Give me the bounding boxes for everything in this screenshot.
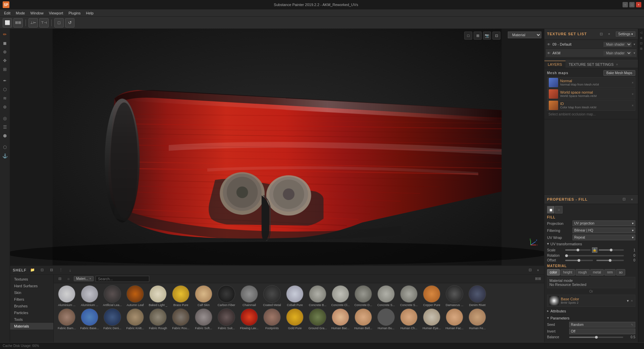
attributes-header[interactable]: ▸ Attributes [547, 308, 635, 314]
minimize-button[interactable]: − [623, 2, 628, 7]
filter-tag-close[interactable]: × [89, 277, 91, 281]
tool-btn-5[interactable]: □ [54, 18, 64, 28]
tool-btn-3[interactable]: ⊥⊢ [29, 18, 38, 28]
scale-thumb[interactable] [577, 249, 579, 251]
uv-transforms-header[interactable]: ▾ UV transformations [547, 242, 635, 246]
maximize-button[interactable]: □ [629, 2, 635, 7]
mat-item-fabric-soft[interactable]: Fabric Soft... [193, 308, 214, 330]
mesh-map-close-wsn[interactable]: × [632, 92, 634, 96]
shelf-float-btn[interactable]: ⊡ [527, 267, 533, 273]
search-input[interactable] [96, 276, 149, 282]
mat-item-human-fac[interactable]: Human Fac... [444, 308, 465, 330]
scale-slider-2[interactable] [599, 249, 624, 251]
sidebar-erase-icon[interactable]: ⬡ [1, 85, 9, 93]
texture-set-shader-default[interactable]: Main shader [603, 42, 632, 47]
sidebar-mask-icon[interactable]: ⬢ [1, 132, 9, 140]
sidebar-transform-icon[interactable]: ⊞ [1, 65, 9, 73]
rotation-slider[interactable] [565, 255, 624, 256]
mat-item-chainmail[interactable]: Chainmail [239, 285, 260, 307]
menu-edit[interactable]: Edit [1, 9, 13, 16]
mat-item-cobalt-pure[interactable]: Cobalt Pure [284, 285, 305, 307]
mat-item-concrete-s1[interactable]: Concrete S... [376, 285, 396, 307]
menu-mode[interactable]: Mode [13, 9, 28, 16]
mat-item-human-eye[interactable]: Human Eye... [421, 308, 442, 330]
mat-tab-rough[interactable]: rough [576, 269, 590, 276]
mat-item-human-bell[interactable]: Human Bell... [353, 308, 374, 330]
mat-item-fabric-suit[interactable]: Fabric Suit... [216, 308, 237, 330]
shelf-icon-import[interactable]: ↓ [67, 267, 73, 273]
mat-item-aluminium1[interactable]: Aluminium ... [56, 285, 77, 307]
base-color-close[interactable]: × [631, 299, 633, 303]
scale-slider[interactable] [565, 249, 591, 251]
texture-set-close-btn[interactable]: × [606, 31, 612, 37]
mat-item-human-ch[interactable]: Human Ch... [398, 308, 419, 330]
balance-thumb[interactable] [595, 336, 598, 339]
mat-item-baked-light[interactable]: Baked Light _ [148, 285, 168, 307]
texture-set-settings-tab-close[interactable]: × [616, 62, 618, 66]
shelf-circle-icon[interactable]: ○ [65, 276, 72, 282]
shelf-nav-particles[interactable]: Particles [10, 309, 53, 316]
sidebar-pen-icon[interactable]: ✒ [1, 77, 9, 85]
sidebar-fill-icon[interactable]: ◼ [1, 39, 9, 47]
filtering-select[interactable]: Bilinear | HQ ▾ [573, 228, 635, 233]
menu-window[interactable]: Window [28, 9, 46, 16]
mat-tab-ao[interactable]: ao [616, 269, 625, 276]
sidebar-layer-icon[interactable]: ☰ [1, 123, 9, 131]
mat-item-concrete-b[interactable]: Concrete B... [307, 285, 328, 307]
mat-tab-metal[interactable]: metal [590, 269, 604, 276]
strip-btn-1[interactable]: ◁ [639, 30, 644, 35]
strip-btn-2[interactable]: ⊕ [639, 36, 644, 40]
mat-item-brass-pure[interactable]: Brass Pure [170, 285, 191, 307]
mat-item-ground-gra[interactable]: Ground Gra... [307, 308, 328, 330]
uvwrap-select[interactable]: Repeat ▾ [573, 235, 635, 240]
sidebar-anchor-icon[interactable]: ⚓ [1, 152, 9, 160]
mat-item-concrete-s2[interactable]: Concrete S... [398, 285, 419, 307]
shelf-close-btn[interactable]: × [535, 267, 541, 273]
sidebar-measure-icon[interactable]: ◎ [1, 114, 9, 122]
mat-item-human-bu[interactable]: Human Bu... [376, 308, 396, 330]
offset-slider-y[interactable] [596, 260, 624, 261]
mat-item-fabric-knitt[interactable]: Fabric Knitt... [125, 308, 146, 330]
mat-item-aluminium2[interactable]: Aluminium ... [79, 285, 100, 307]
menu-plugins[interactable]: Plugins [66, 9, 83, 16]
mat-item-fabric-barn[interactable]: Fabric Barn... [56, 308, 77, 330]
grid-tool-btn[interactable]: ⊞⊞ [13, 18, 23, 28]
balance-slider[interactable] [569, 337, 623, 338]
shelf-filter-icon[interactable]: ⊟ [56, 276, 63, 282]
bake-mesh-maps-btn[interactable]: Bake Mesh Maps [603, 70, 635, 76]
menu-help[interactable]: Help [83, 9, 96, 16]
viewport-icon-screenshot[interactable]: ⊡ [492, 32, 500, 40]
mat-item-denim-rivet[interactable]: Denim Rivet [467, 285, 488, 307]
mat-item-fabric-deni[interactable]: Fabric Deni... [102, 308, 123, 330]
texture-set-item-akm[interactable]: 👁 AKM Main shader ▾ [546, 49, 637, 57]
sidebar-paint-icon[interactable]: ✏ [1, 30, 9, 38]
mesh-map-close-normal[interactable]: × [632, 81, 634, 85]
shelf-nav-tools[interactable]: Tools [10, 316, 53, 323]
shelf-nav-skin[interactable]: Skin [10, 289, 53, 296]
viewport-icon-camera[interactable]: 📷 [483, 32, 491, 40]
mat-item-human-bac[interactable]: Human Bac... [330, 308, 351, 330]
mat-tab-color[interactable]: color [547, 269, 560, 276]
shelf-nav-hard-surfaces[interactable]: Hard Surfaces [10, 283, 53, 289]
eye-icon-akm[interactable]: 👁 [547, 51, 550, 55]
tool-btn-6[interactable]: ↺ [65, 18, 74, 28]
mat-item-footprints[interactable]: Footprints [262, 308, 282, 330]
sidebar-smear-icon[interactable]: ≋ [1, 94, 9, 102]
offset-slider-x[interactable] [565, 260, 593, 261]
projection-select[interactable]: UV projection ▾ [573, 220, 635, 226]
menu-viewport[interactable]: Viewport [46, 9, 66, 16]
close-button[interactable]: × [636, 2, 641, 7]
texture-set-float-btn[interactable]: ⊡ [598, 31, 604, 37]
mat-item-artificial-leather[interactable]: Artificial Lea... [102, 285, 123, 307]
sidebar-select-icon[interactable]: ⊕ [1, 48, 9, 56]
properties-close-btn[interactable]: × [629, 196, 635, 203]
sidebar-geo-icon[interactable]: ⬡ [1, 143, 9, 151]
mat-item-gold-pure[interactable]: Gold Pure [284, 308, 305, 330]
mat-tab-nrm[interactable]: nrm [604, 269, 615, 276]
shelf-grid-view-btn[interactable]: ⊞⊞ [535, 276, 541, 282]
shelf-icon-folder[interactable]: 📁 [29, 267, 36, 273]
scale-thumb-2[interactable] [610, 249, 612, 251]
mat-item-calf-skin[interactable]: Calf Skin [193, 285, 214, 307]
offset-thumb-y[interactable] [609, 259, 611, 262]
mat-item-damascus[interactable]: Damascus ... [444, 285, 465, 307]
